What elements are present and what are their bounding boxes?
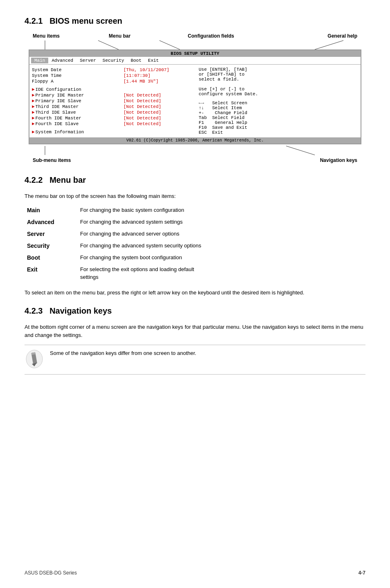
- config-p-slave: [Not Detected]: [123, 98, 195, 104]
- bios-left-panel: System Date System Time Floppy A ► IDE C…: [31, 66, 121, 136]
- menubar-footer-text: To select an item on the menu bar, press…: [25, 289, 365, 297]
- svg-line-5: [286, 146, 315, 155]
- bios-item-primary-master: ► Primary IDE Master: [32, 92, 120, 98]
- menu-desc-advanced: For changing the advanced system setting…: [78, 216, 365, 228]
- bios-item-primary-slave: ► Primary IDE Slave: [32, 98, 120, 104]
- menu-name-server: Server: [25, 228, 78, 240]
- menu-desc-boot: For changing the system boot configurati…: [78, 252, 365, 264]
- bios-item-fourth-slave: ► Fourth IDE Slave: [32, 121, 120, 127]
- navkeys-intro: At the bottom right corner of a menu scr…: [25, 323, 365, 339]
- bios-item-sysinfo: ► System Information: [32, 129, 120, 135]
- section-421-title: 4.2.1 BIOS menu screen: [25, 16, 365, 26]
- page-footer: ASUS DSEB-DG Series 4-7: [25, 570, 365, 576]
- config-p-master: [Not Detected]: [123, 92, 195, 98]
- label-menu-items: Menu items: [33, 33, 60, 39]
- table-row: Main For changing the basic system confi…: [25, 204, 365, 216]
- label-general-help: General help: [327, 33, 357, 39]
- bios-menu-boot: Boot: [128, 58, 145, 63]
- bios-menu-advanced: Advanced: [48, 58, 76, 63]
- bios-help-text: Use [ENTER], [TAB] or [SHIFT-TAB] to sel…: [199, 67, 358, 97]
- bios-content-area: System Date System Time Floppy A ► IDE C…: [29, 65, 361, 137]
- menu-desc-main: For changing the basic system configurat…: [78, 204, 365, 216]
- bios-menu-main: Main: [31, 58, 48, 63]
- bios-title-bar: BIOS SETUP UTILITY: [29, 50, 361, 57]
- table-row: Security For changing the advanced syste…: [25, 240, 365, 252]
- svg-line-1: [98, 40, 119, 49]
- bios-menu-security: Security: [99, 58, 128, 63]
- bios-diagram-container: Menu items Menu bar Configuration fields…: [25, 33, 365, 163]
- menu-name-security: Security: [25, 240, 78, 252]
- menu-items-table: Main For changing the basic system confi…: [25, 204, 365, 283]
- config-sysdate: [Thu, 10/11/2007]: [123, 67, 195, 73]
- table-row: Server For changing the advanced server …: [25, 228, 365, 240]
- menu-desc-server: For changing the advanced server options: [78, 228, 365, 240]
- bios-item-floppy: Floppy A: [32, 79, 120, 84]
- menu-name-main: Main: [25, 204, 78, 216]
- table-row: Advanced For changing the advanced syste…: [25, 216, 365, 228]
- svg-line-3: [315, 40, 343, 49]
- config-ide: [123, 87, 195, 92]
- label-menu-bar: Menu bar: [109, 33, 130, 39]
- footer-left: ASUS DSEB-DG Series: [25, 570, 77, 576]
- menu-name-exit: Exit: [25, 264, 78, 283]
- label-navigation-keys: Navigation keys: [320, 157, 357, 163]
- config-systime: [11:07:30]: [123, 73, 195, 79]
- section-423-title: 4.2.3 Navigation keys: [25, 306, 365, 316]
- menu-name-boot: Boot: [25, 252, 78, 264]
- svg-line-2: [159, 40, 180, 49]
- pencil-icon: [25, 349, 44, 370]
- bios-item-fourth-master: ► Fourth IDE Master: [32, 115, 120, 121]
- note-box: Some of the navigation keys differ from …: [25, 345, 365, 375]
- bios-nav-keys: ←→ Select Screen ↑↓ Select Item +- Chang…: [199, 101, 358, 135]
- bios-menu-server: Server: [76, 58, 99, 63]
- bios-item-third-master: ► Third IDE Master: [32, 104, 120, 110]
- bios-footer: V02.61 (C)Copyright 1985-2006, American …: [29, 137, 361, 144]
- config-floppy: [1.44 MB 3½"]: [123, 79, 195, 84]
- label-sub-menu-items: Sub-menu items: [33, 157, 71, 163]
- bios-menu-bar: Main Advanced Server Security Boot Exit: [29, 57, 361, 65]
- bios-right-panel: Use [ENTER], [TAB] or [SHIFT-TAB] to sel…: [198, 66, 359, 136]
- section-423: 4.2.3 Navigation keys At the bottom righ…: [25, 306, 365, 375]
- bios-item-ide-config: ► IDE Configuration: [32, 87, 120, 92]
- menubar-intro: The menu bar on top of the screen has th…: [25, 192, 365, 200]
- menu-desc-exit: For selecting the exit options and loadi…: [78, 264, 365, 283]
- config-f-master: [Not Detected]: [123, 115, 195, 121]
- bios-item-third-slave: ► Third IDE Slave: [32, 110, 120, 115]
- note-text: Some of the navigation keys differ from …: [50, 349, 196, 357]
- bios-item-systime: System Time: [32, 73, 120, 79]
- bios-middle-panel: [Thu, 10/11/2007] [11:07:30] [1.44 MB 3½…: [123, 66, 196, 136]
- table-row: Boot For changing the system boot config…: [25, 252, 365, 264]
- footer-right: 4-7: [359, 570, 365, 576]
- bios-item-sysdate: System Date: [32, 67, 120, 73]
- table-row: Exit For selecting the exit options and …: [25, 264, 365, 283]
- menu-desc-security: For changing the advanced system securit…: [78, 240, 365, 252]
- section-422: 4.2.2 Menu bar The menu bar on top of th…: [25, 175, 365, 296]
- menu-name-advanced: Advanced: [25, 216, 78, 228]
- label-config-fields: Configuration fields: [188, 33, 234, 39]
- bios-screen: BIOS SETUP UTILITY Main Advanced Server …: [29, 49, 361, 144]
- config-f-slave: [Not Detected]: [123, 121, 195, 127]
- bios-menu-exit: Exit: [145, 58, 162, 63]
- section-422-title: 4.2.2 Menu bar: [25, 175, 365, 185]
- config-t-master: [Not Detected]: [123, 104, 195, 110]
- config-t-slave: [Not Detected]: [123, 110, 195, 115]
